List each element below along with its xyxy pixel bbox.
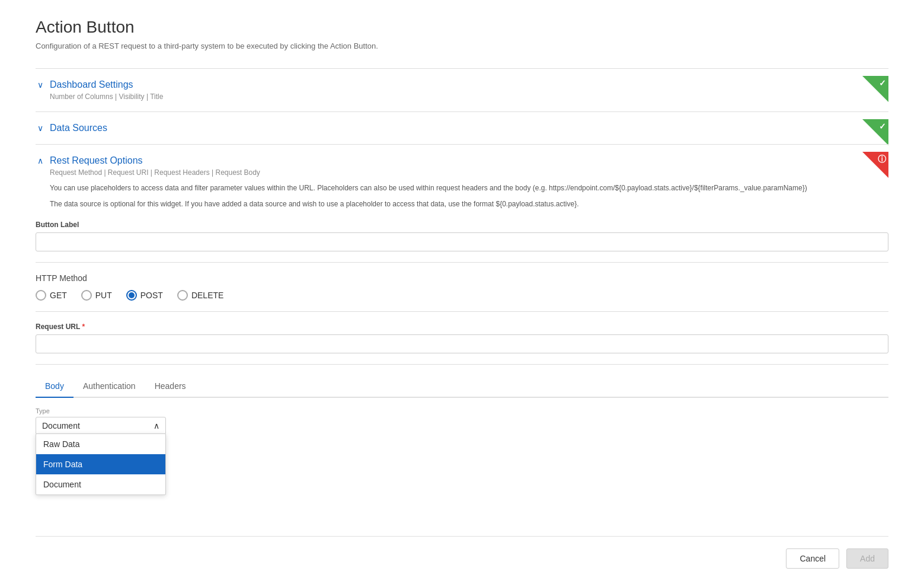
http-method-radio-group: GET PUT POST DELETE: [36, 290, 888, 301]
dashboard-settings-section: ∨ Dashboard Settings Number of Columns |…: [36, 68, 888, 111]
radio-put-circle: [81, 290, 92, 301]
button-label-label: Button Label: [36, 221, 888, 229]
rest-request-section: ∧ Rest Request Options Request Method | …: [36, 144, 888, 512]
tab-body[interactable]: Body: [36, 375, 73, 397]
dashboard-ribbon: ✓: [862, 76, 888, 102]
rest-info-1: You can use placeholders to access data …: [50, 183, 888, 194]
page-title: Action Button: [36, 18, 888, 37]
rest-chevron-icon: ∧: [36, 156, 45, 165]
radio-delete[interactable]: DELETE: [177, 290, 223, 301]
tab-headers[interactable]: Headers: [145, 375, 196, 397]
request-url-section: Request URL *: [36, 312, 888, 365]
rest-ribbon: ⓘ: [862, 152, 888, 178]
dashboard-chevron-icon: ∨: [36, 80, 45, 90]
dashboard-settings-title: Dashboard Settings: [50, 79, 133, 90]
dashboard-ribbon-icon: ✓: [879, 78, 886, 88]
radio-get[interactable]: GET: [36, 290, 67, 301]
radio-post-circle: [126, 290, 137, 301]
data-sources-header[interactable]: ∨ Data Sources: [36, 123, 888, 133]
rest-request-header[interactable]: ∧ Rest Request Options: [36, 155, 888, 166]
http-method-label: HTTP Method: [36, 273, 888, 283]
data-sources-title: Data Sources: [50, 123, 107, 133]
tabs-bar: Body Authentication Headers: [36, 375, 888, 398]
datasources-ribbon: ✓: [862, 119, 888, 145]
data-sources-section: ∨ Data Sources ✓: [36, 111, 888, 144]
http-method-section: HTTP Method GET PUT POST DELETE: [36, 263, 888, 312]
rest-request-subtitle: Request Method | Request URI | Request H…: [50, 168, 888, 177]
radio-get-circle: [36, 290, 46, 301]
button-label-section: Button Label: [36, 221, 888, 263]
type-container: Type Document ∧ Raw Data Form Data Docum…: [36, 398, 888, 500]
radio-put[interactable]: PUT: [81, 290, 112, 301]
tab-authentication[interactable]: Authentication: [73, 375, 145, 397]
type-current-value: Document: [42, 421, 80, 430]
bottom-actions: Cancel Add: [36, 536, 888, 571]
radio-get-label: GET: [50, 291, 67, 300]
dropdown-item-form-data[interactable]: Form Data: [36, 454, 165, 474]
radio-delete-label: DELETE: [191, 291, 223, 300]
page-subtitle: Configuration of a REST request to a thi…: [36, 42, 888, 50]
request-url-input[interactable]: [36, 334, 888, 353]
rest-ribbon-icon: ⓘ: [878, 154, 886, 165]
request-url-label: Request URL *: [36, 323, 888, 331]
datasources-ribbon-icon: ✓: [879, 122, 886, 131]
dropdown-item-document[interactable]: Document: [36, 474, 165, 495]
rest-request-title: Rest Request Options: [50, 155, 143, 166]
cancel-button[interactable]: Cancel: [786, 548, 839, 569]
type-chevron-icon: ∧: [154, 421, 159, 430]
radio-delete-circle: [177, 290, 188, 301]
dashboard-settings-subtitle: Number of Columns | Visibility | Title: [50, 92, 888, 101]
type-select-box[interactable]: Document ∧: [36, 417, 166, 435]
radio-post[interactable]: POST: [126, 290, 163, 301]
type-dropdown-menu: Raw Data Form Data Document: [36, 433, 166, 495]
radio-post-label: POST: [140, 291, 163, 300]
datasources-chevron-icon: ∨: [36, 123, 45, 133]
button-label-input[interactable]: [36, 232, 888, 251]
radio-put-label: PUT: [95, 291, 112, 300]
rest-info-2: The data source is optional for this wid…: [50, 199, 888, 210]
add-button[interactable]: Add: [846, 548, 888, 569]
dropdown-item-raw-data[interactable]: Raw Data: [36, 434, 165, 454]
dashboard-settings-header[interactable]: ∨ Dashboard Settings: [36, 79, 888, 90]
tabs-section: Body Authentication Headers Type Documen…: [36, 365, 888, 500]
type-label: Type: [36, 407, 888, 414]
required-star: *: [80, 323, 85, 331]
